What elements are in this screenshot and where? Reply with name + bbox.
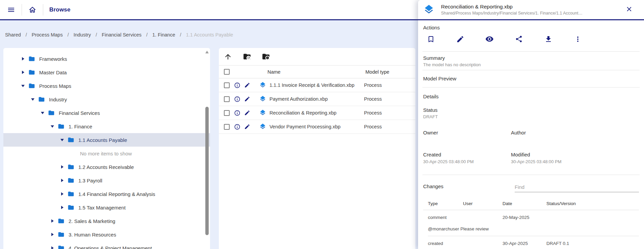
chevron-right-icon[interactable] bbox=[21, 70, 25, 74]
chevron-right-icon[interactable] bbox=[60, 165, 64, 169]
tree-item[interactable]: 3. Human Resources bbox=[3, 228, 210, 241]
tree-item-label: Frameworks bbox=[39, 56, 67, 62]
edit-icon[interactable] bbox=[244, 82, 251, 89]
info-icon[interactable] bbox=[234, 123, 240, 130]
tree-item[interactable]: 1. Finance bbox=[3, 120, 210, 133]
tree-item[interactable]: 1.4 Financial Reporting & Analysis bbox=[3, 187, 210, 201]
chevron-down-icon[interactable] bbox=[31, 97, 35, 101]
edit-icon[interactable] bbox=[456, 35, 464, 43]
table-row[interactable]: Payment Authorization.xbpProcess bbox=[219, 92, 415, 106]
file-name[interactable]: Vendor Payment Processing.xbp bbox=[269, 124, 364, 129]
table-row[interactable]: Vendor Payment Processing.xbpProcess bbox=[219, 120, 415, 134]
download-icon[interactable] bbox=[544, 35, 552, 43]
row-checkbox[interactable] bbox=[224, 124, 230, 130]
info-icon[interactable] bbox=[234, 96, 240, 102]
edit-icon[interactable] bbox=[244, 96, 251, 102]
tree-item[interactable]: 4. Operations & Project Management bbox=[3, 241, 210, 249]
tree-item[interactable]: 1.2 Accounts Receivable bbox=[3, 160, 210, 174]
process-model-icon bbox=[259, 82, 266, 89]
file-name[interactable]: 1.1.1 Invoice Receipt & Verification.xbp bbox=[269, 82, 364, 88]
tree-item[interactable]: Frameworks bbox=[3, 52, 210, 66]
change-status-version bbox=[546, 210, 639, 220]
breadcrumb-separator: / bbox=[180, 32, 181, 38]
file-name[interactable]: Reconciliation & Reporting.xbp bbox=[269, 110, 364, 116]
chevron-down-icon[interactable] bbox=[50, 124, 54, 128]
chevron-right-icon[interactable] bbox=[50, 246, 54, 249]
folder-icon bbox=[48, 109, 55, 116]
tree-item-label: 3. Human Resources bbox=[69, 232, 116, 238]
summary-heading: Summary bbox=[423, 55, 639, 61]
breadcrumb-separator: / bbox=[26, 32, 27, 38]
details-panel-header: Reconciliation & Reporting.xbp Shared/Pr… bbox=[418, 0, 644, 20]
process-model-icon bbox=[259, 109, 266, 116]
row-checkbox[interactable] bbox=[224, 110, 230, 116]
change-type: comment bbox=[428, 210, 463, 220]
breadcrumb-item[interactable]: Process Maps bbox=[32, 32, 63, 38]
upload-icon[interactable] bbox=[224, 52, 232, 61]
breadcrumb-item[interactable]: 1. Finance bbox=[152, 32, 175, 38]
file-list-header: Name Model type bbox=[219, 66, 415, 78]
chevron-down-icon[interactable] bbox=[21, 84, 25, 88]
folder-sync-icon[interactable] bbox=[242, 52, 251, 61]
chevron-right-icon[interactable] bbox=[60, 178, 64, 182]
info-icon[interactable] bbox=[234, 82, 240, 89]
tree-item[interactable]: Master Data bbox=[3, 66, 210, 79]
menu-icon[interactable] bbox=[7, 5, 16, 14]
modified-value: 30-Apr-2025 03:48:00 PM bbox=[511, 159, 639, 164]
details-title-block: Reconciliation & Reporting.xbp Shared/Pr… bbox=[441, 4, 620, 16]
folder-tree-panel: FrameworksMaster DataProcess MapsIndustr… bbox=[3, 48, 210, 249]
scroll-up-icon[interactable] bbox=[205, 51, 209, 53]
tree-item[interactable]: Industry bbox=[3, 93, 210, 106]
view-icon[interactable] bbox=[485, 35, 494, 43]
changes-row: created30-Apr-2025DRAFT 0.1 bbox=[423, 236, 639, 246]
row-checkbox[interactable] bbox=[224, 82, 230, 88]
edit-icon[interactable] bbox=[244, 123, 251, 130]
info-icon[interactable] bbox=[234, 109, 240, 116]
details-path: Shared/Process Maps/Industry/Financial S… bbox=[441, 11, 620, 16]
bookmark-icon[interactable] bbox=[427, 35, 435, 43]
folder-info-icon[interactable] bbox=[261, 52, 270, 61]
status-value: DRAFT bbox=[423, 114, 639, 119]
tree-item[interactable]: 1.3 Payroll bbox=[3, 174, 210, 187]
select-all-checkbox[interactable] bbox=[224, 69, 230, 75]
column-header-model-type[interactable]: Model type bbox=[365, 69, 389, 75]
tree-item[interactable]: 2. Sales & Marketing bbox=[3, 214, 210, 228]
chevron-right-icon[interactable] bbox=[21, 57, 25, 61]
change-user bbox=[463, 210, 503, 220]
tree-item[interactable]: Financial Services bbox=[3, 106, 210, 120]
chevron-right-icon[interactable] bbox=[50, 219, 54, 223]
tree-item-label: 1.2 Accounts Receivable bbox=[78, 164, 134, 170]
home-icon[interactable] bbox=[28, 5, 37, 14]
tree-scrollbar[interactable] bbox=[205, 49, 209, 249]
breadcrumb-item[interactable]: Financial Services bbox=[102, 32, 141, 38]
breadcrumb-item[interactable]: Shared bbox=[5, 32, 21, 38]
model-preview-heading: Model Preview bbox=[423, 76, 639, 81]
folder-icon bbox=[58, 245, 65, 249]
summary-text: The model has no description bbox=[423, 62, 639, 67]
edit-icon[interactable] bbox=[244, 109, 251, 116]
tree-item[interactable]: Process Maps bbox=[3, 79, 210, 93]
chevron-down-icon[interactable] bbox=[41, 111, 45, 115]
folder-icon bbox=[28, 82, 35, 89]
tree-item[interactable]: 1.1 Accounts Payable bbox=[3, 133, 210, 147]
change-status-version: DRAFT 0.1 bbox=[546, 236, 639, 246]
breadcrumb-item[interactable]: Industry bbox=[74, 32, 91, 38]
tree-item-label: 2. Sales & Marketing bbox=[69, 218, 115, 224]
file-name[interactable]: Payment Authorization.xbp bbox=[269, 96, 364, 102]
tree-item[interactable]: 1.5 Tax Management bbox=[3, 201, 210, 214]
find-input[interactable] bbox=[515, 183, 639, 192]
table-row[interactable]: Reconciliation & Reporting.xbpProcess bbox=[219, 106, 415, 120]
more-options-icon[interactable] bbox=[573, 35, 582, 43]
chevron-right-icon[interactable] bbox=[60, 192, 64, 196]
column-header-name[interactable]: Name bbox=[267, 69, 365, 75]
row-checkbox[interactable] bbox=[224, 96, 230, 102]
chevron-down-icon[interactable] bbox=[60, 138, 64, 142]
share-icon[interactable] bbox=[515, 35, 523, 43]
chevron-right-icon[interactable] bbox=[50, 232, 54, 236]
close-icon[interactable] bbox=[624, 5, 634, 15]
table-row[interactable]: 1.1.1 Invoice Receipt & Verification.xbp… bbox=[219, 78, 415, 92]
scrollbar-thumb[interactable] bbox=[205, 107, 209, 235]
change-date: 30-Apr-2025 bbox=[503, 236, 546, 246]
chevron-right-icon[interactable] bbox=[60, 205, 64, 209]
page-title: Browse bbox=[49, 6, 71, 13]
